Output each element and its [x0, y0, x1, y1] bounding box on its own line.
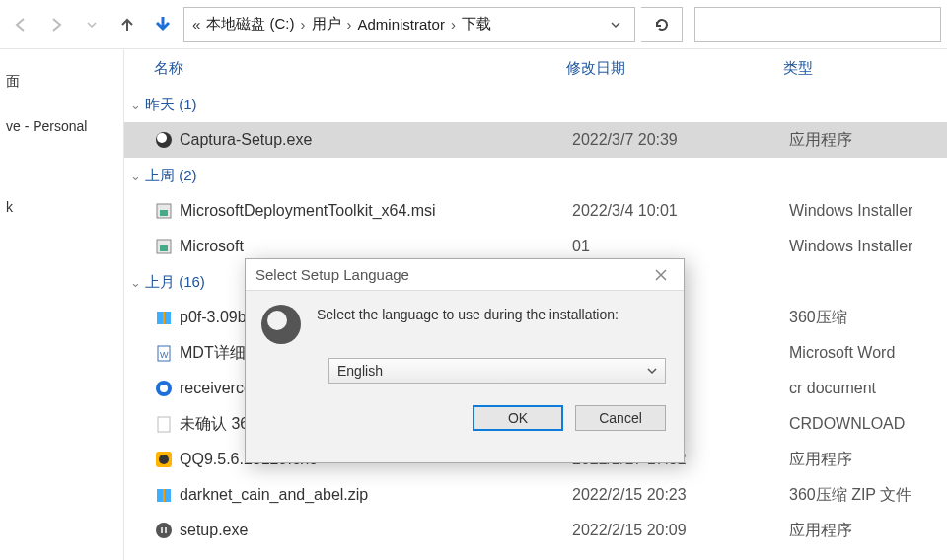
download-indicator[interactable] — [148, 10, 178, 39]
file-icon — [154, 485, 180, 505]
up-button[interactable] — [112, 10, 142, 39]
dialog-buttons: OK Cancel — [246, 384, 684, 431]
breadcrumb-item[interactable]: 本地磁盘 (C:) — [206, 15, 294, 34]
svg-text:W: W — [160, 350, 169, 360]
svg-rect-3 — [160, 210, 168, 216]
file-name: setup.exe — [180, 522, 572, 539]
file-type: cr document — [789, 380, 947, 397]
captura-icon — [261, 305, 301, 344]
file-row[interactable]: Captura-Setup.exe2022/3/7 20:39应用程序 — [124, 122, 947, 158]
group-label: 昨天 (1) — [145, 96, 197, 114]
file-row[interactable]: setup.exe2022/2/15 20:09应用程序 — [124, 513, 947, 548]
column-date[interactable]: 修改日期 — [566, 59, 783, 78]
close-icon — [654, 268, 668, 282]
dialog-body: Select the language to use during the in… — [246, 291, 684, 344]
chevron-right-icon[interactable]: › — [297, 16, 310, 33]
group-label: 上月 (16) — [145, 273, 205, 292]
file-row[interactable]: MicrosoftDeploymentToolkit_x64.msi2022/3… — [124, 193, 947, 229]
arrow-right-icon — [46, 15, 66, 35]
group-label: 上周 (2) — [145, 167, 197, 185]
group-header[interactable]: ⌄上周 (2) — [124, 158, 947, 193]
file-name: darknet_cain_and_abel.zip — [180, 486, 572, 504]
file-date: 01 — [572, 238, 789, 255]
file-icon — [154, 414, 180, 434]
sidebar-item[interactable]: ve - Personal — [0, 114, 123, 138]
chevron-down-icon — [86, 19, 98, 31]
file-type: 应用程序 — [789, 521, 947, 541]
file-icon — [154, 237, 180, 256]
ok-button[interactable]: OK — [473, 405, 563, 431]
search-input[interactable] — [694, 7, 941, 42]
file-type: 应用程序 — [789, 130, 947, 151]
cancel-button[interactable]: Cancel — [575, 405, 666, 431]
column-name[interactable]: 名称 — [154, 59, 566, 78]
file-date: 2022/3/4 10:01 — [572, 202, 789, 220]
chevron-right-icon[interactable]: › — [447, 16, 460, 33]
column-headers: 名称 修改日期 类型 — [124, 49, 947, 87]
chevron-down-icon: ⌄ — [130, 275, 141, 290]
language-select[interactable]: English — [328, 358, 666, 384]
file-icon: W — [154, 343, 180, 363]
nav-sidebar: 面 ve - Personal k — [0, 49, 124, 560]
breadcrumb-item[interactable]: 下载 — [462, 15, 491, 34]
selected-language: English — [337, 363, 383, 379]
svg-point-1 — [157, 133, 167, 143]
file-type: 360压缩 ZIP 文件 — [789, 485, 947, 506]
column-type[interactable]: 类型 — [783, 59, 813, 78]
breadcrumb-overflow[interactable]: « — [192, 16, 204, 33]
refresh-button[interactable] — [641, 7, 683, 42]
file-type: Microsoft Word — [789, 344, 947, 362]
file-date: 2022/3/7 20:39 — [572, 131, 789, 149]
address-history-dropdown[interactable] — [605, 14, 626, 35]
download-arrow-icon — [152, 14, 174, 35]
breadcrumb-item[interactable]: 用户 — [312, 15, 341, 34]
select-language-dialog: Select Setup Language Select the languag… — [245, 258, 685, 463]
svg-point-14 — [159, 455, 169, 464]
group-header[interactable]: ⌄昨天 (1) — [124, 87, 947, 122]
dialog-title-bar[interactable]: Select Setup Language — [246, 259, 684, 291]
address-bar[interactable]: « 本地磁盘 (C:) › 用户 › Administrator › 下载 — [183, 7, 635, 42]
svg-rect-7 — [163, 312, 165, 324]
file-type: CRDOWNLOAD — [789, 415, 947, 433]
file-type: 360压缩 — [789, 308, 947, 328]
recent-dropdown[interactable] — [77, 10, 107, 39]
sidebar-item[interactable]: k — [0, 195, 123, 219]
file-icon — [154, 379, 180, 398]
file-date: 2022/2/15 20:23 — [572, 486, 789, 504]
svg-rect-16 — [163, 489, 165, 502]
chevron-down-icon: ⌄ — [130, 98, 141, 112]
sidebar-item[interactable]: 面 — [0, 69, 123, 95]
back-button[interactable] — [6, 10, 36, 39]
sidebar-item[interactable] — [0, 158, 123, 166]
file-type: 应用程序 — [789, 450, 947, 470]
file-name: Microsoft — [180, 238, 572, 255]
file-icon — [154, 201, 180, 221]
chevron-down-icon — [647, 366, 657, 376]
file-type: Windows Installer — [789, 202, 947, 220]
file-name: Captura-Setup.exe — [180, 131, 572, 149]
file-icon — [154, 308, 180, 327]
close-button[interactable] — [648, 268, 674, 282]
svg-point-11 — [160, 385, 168, 392]
chevron-down-icon: ⌄ — [130, 169, 141, 183]
file-type: Windows Installer — [789, 238, 947, 255]
address-toolbar: « 本地磁盘 (C:) › 用户 › Administrator › 下载 — [0, 0, 947, 49]
forward-button[interactable] — [41, 10, 71, 39]
file-icon — [154, 521, 180, 540]
file-name: MicrosoftDeploymentToolkit_x64.msi — [180, 202, 572, 220]
dialog-title: Select Setup Language — [255, 266, 409, 283]
language-select-wrap: English — [246, 344, 684, 384]
refresh-icon — [654, 17, 670, 33]
chevron-down-icon — [610, 19, 621, 31]
file-icon — [154, 130, 180, 150]
svg-rect-5 — [160, 245, 168, 251]
file-date: 2022/2/15 20:09 — [572, 522, 789, 539]
dialog-text: Select the language to use during the in… — [317, 305, 619, 344]
arrow-left-icon — [11, 15, 31, 35]
svg-rect-12 — [158, 417, 170, 432]
arrow-up-icon — [117, 15, 137, 35]
svg-point-17 — [156, 523, 172, 538]
chevron-right-icon[interactable]: › — [343, 16, 356, 33]
file-row[interactable]: darknet_cain_and_abel.zip2022/2/15 20:23… — [124, 477, 947, 513]
breadcrumb-item[interactable]: Administrator — [358, 16, 445, 33]
